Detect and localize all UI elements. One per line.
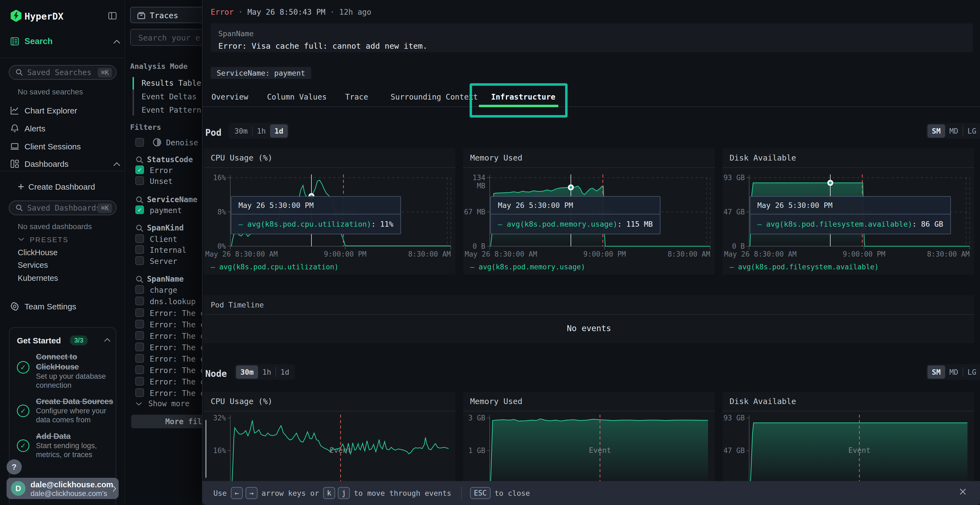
- more-filters-button[interactable]: More fil: [131, 414, 202, 428]
- chart-legend[interactable]: — avg(k8s.pod.cpu.utilization): [211, 263, 455, 271]
- filter-option-label[interactable]: Error: The cr: [150, 354, 202, 364]
- filter-checkbox[interactable]: [135, 331, 144, 340]
- sidebar-item-chart-explorer[interactable]: Chart Explorer: [0, 103, 125, 118]
- node-memory-chart[interactable]: 3 GB1 GBEvent: [463, 411, 715, 481]
- saved-dashboards-input[interactable]: Saved Dashboards ⌘K: [9, 200, 116, 215]
- svg-text:8%: 8%: [218, 208, 226, 216]
- filter-option-label[interactable]: Unset: [150, 177, 173, 186]
- tab-overview[interactable]: Overview: [212, 92, 248, 102]
- filter-checkbox[interactable]: [135, 365, 144, 374]
- mode-results-table[interactable]: Results Table: [142, 79, 201, 87]
- filter-checkbox[interactable]: [135, 285, 144, 294]
- node-disk-chart[interactable]: 93 GB47 GBEvent: [722, 411, 974, 481]
- search-icon[interactable]: [135, 156, 144, 166]
- filter-checkbox[interactable]: [135, 377, 144, 386]
- svg-text:3 GB: 3 GB: [468, 414, 485, 422]
- tab-trace[interactable]: Trace: [345, 92, 368, 102]
- step-desc: metrics, or traces: [36, 450, 97, 459]
- filter-option-label[interactable]: Server: [150, 257, 177, 266]
- sidebar-item-alerts[interactable]: Alerts: [0, 121, 125, 136]
- range-1d[interactable]: 1d: [270, 124, 288, 138]
- chart-legend[interactable]: — avg(k8s.pod.filesystem.available): [730, 263, 974, 271]
- sidebar-item-team-settings[interactable]: Team Settings: [0, 299, 125, 314]
- event-search-input[interactable]: Search your e: [130, 29, 202, 46]
- filter-option-label[interactable]: dns.lookup: [150, 297, 196, 306]
- source-select[interactable]: Traces: [130, 7, 202, 23]
- filter-checkbox[interactable]: [135, 297, 144, 305]
- preset-clickhouse[interactable]: ClickHouse: [18, 248, 58, 257]
- tab-column-values[interactable]: Column Values: [267, 92, 327, 102]
- range-1h[interactable]: 1h: [258, 365, 276, 379]
- mode-event-patterns[interactable]: Event Patterns: [142, 106, 202, 114]
- filter-option-label[interactable]: Error: The cr: [150, 366, 202, 375]
- filter-option-label[interactable]: Internal: [150, 246, 186, 255]
- help-button[interactable]: ?: [6, 459, 22, 475]
- tooltip-series-row: — avg(k8s.pod.cpu.utilization): 11%: [231, 214, 401, 234]
- denoise-checkbox[interactable]: [135, 138, 144, 147]
- size-md[interactable]: MD: [945, 365, 963, 379]
- sidebar-item-label: Team Settings: [24, 302, 76, 311]
- size-sm[interactable]: SM: [928, 124, 945, 138]
- tooltip-series-row: — avg(k8s.pod.filesystem.available): 86 …: [750, 214, 950, 234]
- size-lg[interactable]: LG: [963, 124, 980, 138]
- filter-option-label[interactable]: Error: The cr: [150, 309, 202, 318]
- presets-toggle[interactable]: PRESETS: [18, 236, 68, 244]
- filter-checkbox[interactable]: [135, 165, 144, 174]
- filter-checkbox[interactable]: [135, 343, 144, 351]
- mode-event-deltas[interactable]: Event Deltas: [142, 92, 197, 101]
- filter-checkbox[interactable]: [135, 256, 144, 265]
- filter-option-label[interactable]: payment: [150, 206, 182, 215]
- preset-services[interactable]: Services: [18, 260, 48, 270]
- size-md[interactable]: MD: [945, 124, 963, 138]
- filter-checkbox[interactable]: [135, 308, 144, 317]
- filter-checkbox[interactable]: [135, 388, 144, 397]
- filter-option-label[interactable]: Error: The cr: [150, 389, 202, 398]
- sidebar-item-search[interactable]: Search: [0, 34, 125, 49]
- node-cpu-chart[interactable]: 32%16%Event: [204, 411, 455, 481]
- filter-option-label[interactable]: Error: [150, 166, 173, 175]
- range-30m[interactable]: 30m: [230, 124, 252, 138]
- size-sm[interactable]: SM: [928, 365, 945, 379]
- svg-text:Event: Event: [329, 446, 352, 454]
- filter-option-label[interactable]: Client: [150, 235, 177, 244]
- divider: [0, 58, 125, 58]
- step-desc: Set up your database: [36, 372, 106, 381]
- sidebar-item-client-sessions[interactable]: Client Sessions: [0, 139, 125, 154]
- filter-checkbox[interactable]: [135, 354, 144, 363]
- search-icon[interactable]: [135, 275, 144, 286]
- size-lg[interactable]: LG: [963, 365, 980, 379]
- filter-checkbox[interactable]: [135, 205, 144, 214]
- footer-separator: [461, 487, 462, 499]
- filter-checkbox[interactable]: [135, 245, 144, 254]
- preset-kubernetes[interactable]: Kubernetes: [18, 274, 58, 283]
- search-icon[interactable]: [135, 195, 144, 206]
- create-dashboard-button[interactable]: Create Dashboard: [0, 179, 125, 194]
- chart-tooltip: May 26 5:30:00 PM — avg(k8s.pod.cpu.util…: [231, 196, 401, 234]
- filter-option-label[interactable]: Error: The cr: [150, 332, 202, 341]
- sidebar-item-dashboards[interactable]: Dashboards: [0, 156, 125, 172]
- collapse-sidebar-icon[interactable]: [108, 11, 117, 21]
- range-30m[interactable]: 30m: [236, 365, 258, 379]
- presets-label: PRESETS: [30, 236, 68, 244]
- filter-option-label[interactable]: Error: The cr: [150, 377, 202, 386]
- chevron-up-icon[interactable]: [103, 337, 111, 343]
- footer-move-label: to move through events: [354, 489, 451, 497]
- range-1d[interactable]: 1d: [276, 365, 294, 379]
- filter-checkbox[interactable]: [135, 320, 144, 329]
- show-more-toggle[interactable]: Show more: [135, 399, 189, 408]
- filter-option-label[interactable]: Error: The cr: [150, 320, 202, 329]
- range-1h[interactable]: 1h: [253, 124, 270, 138]
- chart-tooltip: May 26 5:30:00 PM — avg(k8s.pod.memory.u…: [490, 196, 660, 234]
- saved-searches-input[interactable]: Saved Searches ⌘K: [9, 65, 116, 80]
- search-icon[interactable]: [135, 224, 144, 235]
- tab-surrounding-context[interactable]: Surrounding Context: [391, 92, 478, 102]
- filter-option-label[interactable]: Error: The cr: [150, 343, 202, 352]
- service-name-tag[interactable]: ServiceName: payment: [211, 67, 311, 79]
- drawer-scrollbar-thumb[interactable]: [205, 420, 206, 478]
- filter-checkbox[interactable]: [135, 234, 144, 243]
- close-icon[interactable]: [958, 487, 967, 499]
- user-account-chip[interactable]: D dale@clickhouse.com dale@clickhouse.co…: [6, 478, 119, 499]
- filter-checkbox[interactable]: [135, 176, 144, 185]
- chart-legend[interactable]: — avg(k8s.pod.memory.usage): [470, 263, 715, 271]
- filter-option-label[interactable]: charge: [150, 286, 177, 295]
